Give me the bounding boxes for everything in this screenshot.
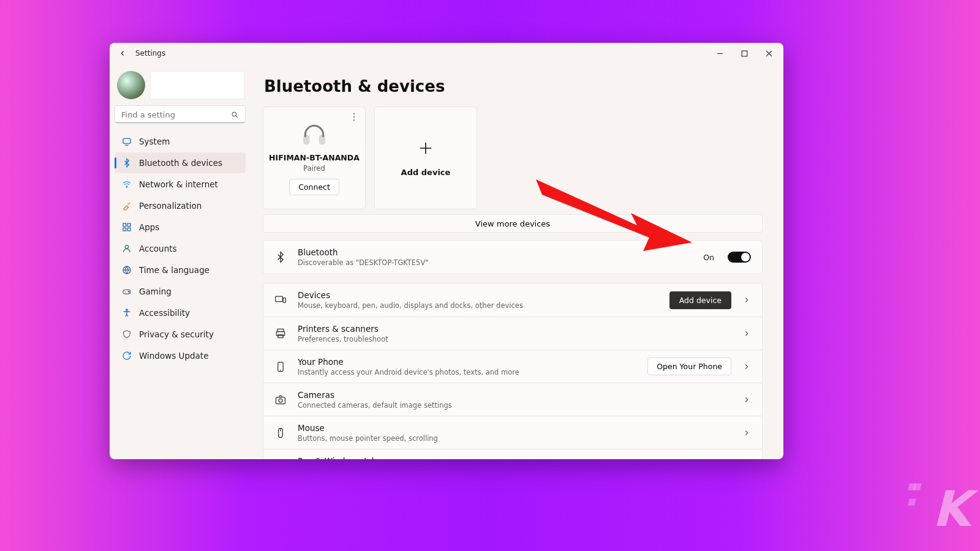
- sidebar-item-globe[interactable]: Time & language: [115, 260, 246, 280]
- row-subtitle: Preferences, troubleshoot: [298, 335, 731, 343]
- row-subtitle: Instantly access your Android device's p…: [298, 368, 636, 377]
- chevron-right-icon: [742, 362, 751, 371]
- svg-rect-5: [127, 223, 130, 227]
- row-title: Printers & scanners: [298, 324, 731, 334]
- sidebar-item-accessibility[interactable]: Accessibility: [115, 302, 246, 323]
- sidebar: SystemBluetooth & devicesNetwork & inter…: [110, 64, 251, 459]
- device-status: Paired: [303, 164, 325, 173]
- sidebar-item-label: Bluetooth & devices: [139, 158, 222, 168]
- svg-rect-14: [304, 135, 309, 143]
- svg-point-1: [232, 112, 236, 116]
- bluetooth-toggle[interactable]: [728, 252, 751, 263]
- svg-rect-15: [320, 135, 324, 143]
- sidebar-item-label: Gaming: [139, 287, 172, 296]
- sidebar-item-wifi[interactable]: Network & internet: [115, 174, 246, 195]
- sidebar-item-apps[interactable]: Apps: [115, 217, 246, 238]
- sidebar-item-label: Network & internet: [139, 179, 218, 189]
- sidebar-item-brush[interactable]: Personalization: [115, 195, 246, 216]
- settings-row-printer[interactable]: Printers & scannersPreferences, troubles…: [263, 317, 762, 350]
- sidebar-item-label: Privacy & security: [139, 329, 214, 339]
- headphones-icon: [301, 121, 328, 148]
- add-device-label: Add device: [401, 168, 451, 177]
- row-title: Mouse: [298, 423, 731, 433]
- close-button[interactable]: [756, 44, 781, 62]
- sidebar-item-gaming[interactable]: Gaming: [115, 281, 246, 302]
- row-subtitle: Connected cameras, default image setting…: [298, 401, 731, 410]
- bluetooth-row: Bluetooth Discoverable as "DESKTOP-TGKTE…: [263, 241, 762, 274]
- sidebar-item-bluetooth[interactable]: Bluetooth & devices: [115, 152, 246, 173]
- svg-point-3: [126, 186, 127, 187]
- connect-button[interactable]: Connect: [289, 179, 339, 195]
- row-subtitle: Buttons, mouse pointer speed, scrolling: [298, 434, 731, 443]
- maximize-button[interactable]: [732, 44, 756, 62]
- settings-row-devices[interactable]: DevicesMouse, keyboard, pen, audio, disp…: [263, 283, 762, 317]
- sidebar-item-label: Personalization: [139, 201, 202, 211]
- device-tile[interactable]: ⋮ HIFIMAN-BT-ANANDA Paired Connect: [263, 107, 366, 209]
- app-title: Settings: [135, 49, 165, 58]
- shield-icon: [122, 329, 132, 339]
- update-icon: [122, 351, 132, 361]
- settings-list: DevicesMouse, keyboard, pen, audio, disp…: [263, 283, 763, 459]
- chevron-right-icon: [742, 296, 751, 304]
- row-subtitle: Mouse, keyboard, pen, audio, displays an…: [298, 301, 658, 310]
- sidebar-item-label: System: [139, 137, 170, 146]
- open-your-phone-button[interactable]: Open Your Phone: [647, 358, 731, 375]
- printer-icon: [274, 328, 287, 340]
- bluetooth-subtitle: Discoverable as "DESKTOP-TGKTE5V": [298, 258, 692, 267]
- search-icon: [231, 111, 239, 119]
- system-icon: [122, 137, 132, 146]
- view-more-devices[interactable]: View more devices: [263, 214, 763, 233]
- plus-icon: [417, 140, 434, 157]
- main-content[interactable]: Bluetooth & devices ⋮ HIFIMAN-BT-ANANDA …: [251, 64, 783, 459]
- sidebar-item-person[interactable]: Accounts: [115, 238, 246, 259]
- minimize-button[interactable]: [707, 44, 732, 62]
- bluetooth-title: Bluetooth: [298, 247, 692, 257]
- sidebar-item-update[interactable]: Windows Update: [115, 345, 246, 366]
- svg-rect-17: [283, 298, 285, 303]
- profile-row[interactable]: [115, 69, 246, 102]
- add-device-button[interactable]: Add device: [669, 291, 731, 309]
- avatar: [117, 71, 145, 99]
- mouse-icon: [274, 427, 287, 439]
- brush-icon: [122, 201, 132, 211]
- svg-rect-2: [123, 138, 130, 143]
- svg-rect-0: [742, 51, 747, 56]
- more-icon[interactable]: ⋮: [349, 112, 359, 122]
- sidebar-item-label: Apps: [139, 222, 159, 232]
- device-name: HIFIMAN-BT-ANANDA: [269, 153, 360, 162]
- bluetooth-icon: [274, 251, 287, 263]
- add-device-tile[interactable]: Add device: [374, 107, 477, 209]
- svg-point-23: [279, 399, 282, 402]
- person-icon: [122, 244, 132, 253]
- settings-row-phone[interactable]: Your PhoneInstantly access your Android …: [263, 350, 762, 383]
- settings-row-pen[interactable]: Pen & Windows InkRight-handed or left-ha…: [263, 449, 762, 459]
- search-box[interactable]: [115, 105, 246, 124]
- camera-icon: [274, 394, 287, 406]
- sidebar-item-shield[interactable]: Privacy & security: [115, 324, 246, 345]
- titlebar: Settings: [110, 43, 783, 64]
- profile-name-box: [150, 71, 244, 99]
- sidebar-item-label: Windows Update: [139, 351, 208, 361]
- svg-rect-4: [123, 223, 126, 227]
- accessibility-icon: [122, 308, 132, 318]
- chevron-right-icon: [742, 395, 751, 404]
- sidebar-nav: SystemBluetooth & devicesNetwork & inter…: [115, 131, 246, 366]
- search-input[interactable]: [121, 110, 231, 119]
- devices-icon: [274, 294, 287, 306]
- settings-row-camera[interactable]: CamerasConnected cameras, default image …: [263, 383, 762, 416]
- back-icon[interactable]: [118, 49, 127, 58]
- chevron-right-icon: [742, 429, 751, 437]
- page-title: Bluetooth & devices: [264, 77, 763, 96]
- phone-icon: [274, 361, 287, 373]
- row-title: Your Phone: [298, 357, 636, 367]
- watermark-k: ▪▪▪K: [932, 481, 967, 538]
- sidebar-item-system[interactable]: System: [115, 131, 246, 152]
- svg-point-12: [129, 292, 129, 293]
- row-title: Pen & Windows Ink: [298, 456, 731, 460]
- svg-point-8: [125, 246, 128, 249]
- row-title: Cameras: [298, 390, 731, 400]
- apps-icon: [122, 222, 132, 232]
- settings-row-mouse[interactable]: MouseButtons, mouse pointer speed, scrol…: [263, 416, 762, 449]
- settings-window: Settings SystemBluetooth & devicesNetwor…: [110, 43, 783, 459]
- bluetooth-icon: [122, 158, 132, 168]
